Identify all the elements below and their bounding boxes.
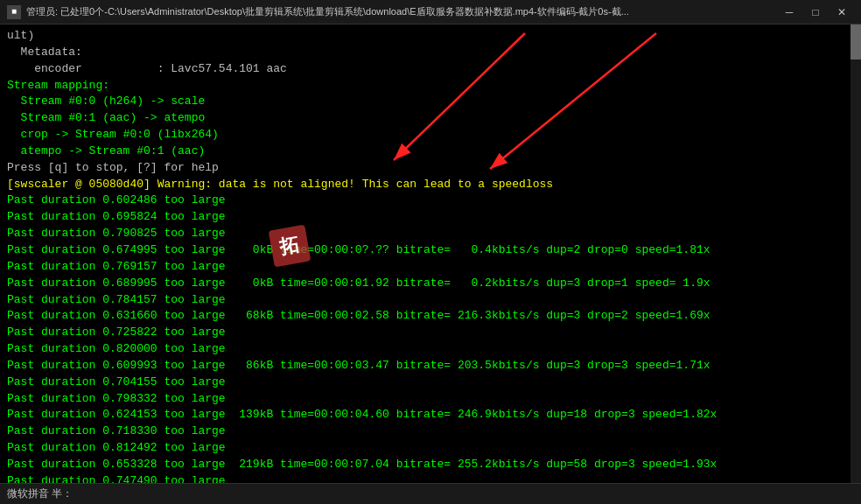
terminal-line: Past duration 0.695824 too large [7,209,854,226]
status-info: 0kB time=00:00:0?.?? bitrate= 0.4kbits/s… [226,243,710,256]
scrollbar[interactable] [850,24,861,483]
terminal-line: Press [q] to stop, [?] for help [7,160,854,177]
terminal-output: ult) Metadata: encoder : Lavc57.54.101 a… [0,24,861,483]
terminal-line: Past duration 0.704155 too large [7,374,854,391]
terminal-line: Past duration 0.602486 too large [7,192,854,209]
titlebar-left: ■ 管理员: 已处理0个-C:\Users\Administrator\Desk… [7,5,629,19]
status-info: 68kB time=00:00:02.58 bitrate= 216.3kbit… [226,309,710,322]
terminal-line: encoder : Lavc57.54.101 aac [7,61,854,78]
terminal-line: crop -> Stream #0:0 (libx264) [7,127,854,144]
terminal-line: Past duration 0.631660 too large 68kB ti… [7,308,854,325]
titlebar-title: 管理员: 已处理0个-C:\Users\Administrator\Deskto… [26,5,629,18]
taskbar: 微软拼音 半： [0,483,861,504]
terminal-line: Past duration 0.790825 too large [7,226,854,242]
terminal-line: Past duration 0.747490 too large [7,473,854,483]
terminal-line: Metadata: [7,45,854,61]
terminal-line: Stream mapping: [7,78,854,94]
ime-indicator: 微软拼音 半： [7,486,73,501]
scrollbar-thumb[interactable] [850,24,861,60]
terminal-line: Past duration 0.812492 too large [7,440,854,457]
app-icon: ■ [7,5,21,19]
status-info: 219kB time=00:00:07.04 bitrate= 255.2kbi… [226,458,718,471]
terminal-line: Stream #0:1 (aac) -> atempo [7,110,854,127]
terminal-line: Past duration 0.718330 too large [7,424,854,440]
terminal-line: Past duration 0.653328 too large 219kB t… [7,457,854,473]
terminal-line: Past duration 0.609993 too large 86kB ti… [7,358,854,374]
terminal-line: [swscaler @ 05080d40] Warning: data is n… [7,177,854,193]
minimize-button[interactable]: ─ [777,3,802,22]
terminal-line: Past duration 0.820000 too large [7,341,854,358]
maximize-button[interactable]: □ [803,3,828,22]
terminal-line: Past duration 0.784157 too large [7,292,854,309]
terminal-line: Past duration 0.674995 too large 0kB tim… [7,242,854,259]
close-button[interactable]: ✕ [830,3,854,22]
titlebar: ■ 管理员: 已处理0个-C:\Users\Administrator\Desk… [0,0,861,24]
terminal-line: Past duration 0.624153 too large 139kB t… [7,407,854,424]
terminal-line: ult) [7,28,854,45]
terminal-line: atempo -> Stream #0:1 (aac) [7,144,854,160]
status-info: 0kB time=00:00:01.92 bitrate= 0.2kbits/s… [226,276,710,290]
terminal-line: Past duration 0.725822 too large [7,325,854,341]
status-info: 139kB time=00:00:04.60 bitrate= 246.9kbi… [226,408,718,421]
status-info: 86kB time=00:00:03.47 bitrate= 203.5kbit… [226,359,710,372]
terminal-line: Past duration 0.689995 too large 0kB tim… [7,276,854,292]
terminal-line: Past duration 0.769157 too large [7,259,854,276]
terminal-line: Past duration 0.798332 too large [7,391,854,408]
terminal-line: Stream #0:0 (h264) -> scale [7,94,854,110]
titlebar-controls: ─ □ ✕ [777,3,854,22]
